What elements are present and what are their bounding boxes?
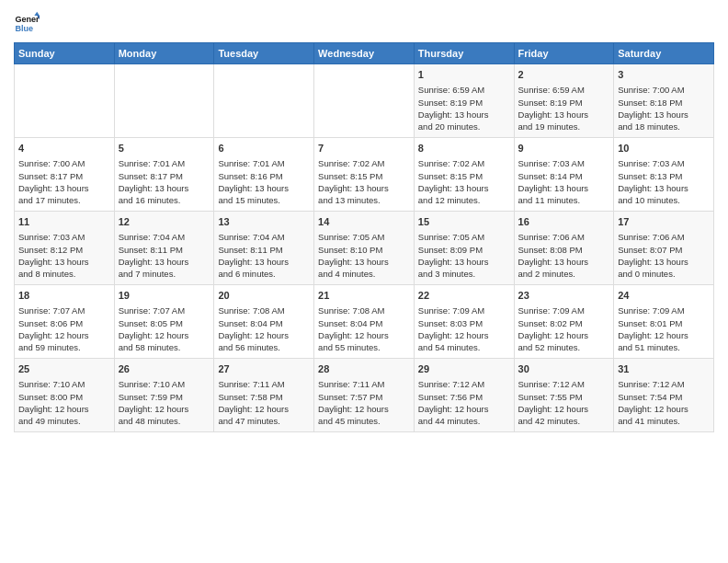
day-number: 30 bbox=[518, 362, 610, 376]
day-number: 17 bbox=[618, 215, 710, 229]
cell-text: Sunrise: 7:03 AM bbox=[518, 157, 610, 169]
calendar-cell: 29Sunrise: 7:12 AMSunset: 7:56 PMDayligh… bbox=[414, 359, 514, 432]
header-day-tuesday: Tuesday bbox=[214, 43, 314, 64]
day-number: 15 bbox=[418, 215, 510, 229]
cell-text: Daylight: 13 hours bbox=[218, 182, 310, 194]
week-row-2: 4Sunrise: 7:00 AMSunset: 8:17 PMDaylight… bbox=[15, 138, 714, 212]
cell-text: Daylight: 12 hours bbox=[18, 329, 110, 341]
cell-text: Sunrise: 6:59 AM bbox=[418, 84, 510, 96]
cell-text: Sunrise: 7:10 AM bbox=[18, 378, 110, 390]
calendar-cell: 24Sunrise: 7:09 AMSunset: 8:01 PMDayligh… bbox=[614, 285, 714, 359]
cell-text: Sunset: 8:13 PM bbox=[618, 170, 710, 182]
cell-text: Daylight: 13 hours bbox=[518, 256, 610, 268]
cell-text: Sunset: 8:15 PM bbox=[418, 170, 510, 182]
cell-text: Sunset: 7:57 PM bbox=[318, 391, 410, 403]
cell-text: and 59 minutes. bbox=[18, 341, 110, 353]
cell-text: Sunrise: 7:06 AM bbox=[618, 231, 710, 243]
cell-text: Daylight: 13 hours bbox=[318, 182, 410, 194]
cell-text: Sunrise: 7:11 AM bbox=[318, 378, 410, 390]
cell-text: Daylight: 12 hours bbox=[618, 403, 710, 415]
day-number: 25 bbox=[18, 362, 110, 376]
day-number: 7 bbox=[318, 142, 410, 155]
day-number: 26 bbox=[119, 362, 210, 376]
day-number: 12 bbox=[119, 215, 210, 229]
calendar-cell: 16Sunrise: 7:06 AMSunset: 8:08 PMDayligh… bbox=[514, 212, 614, 285]
calendar-cell: 18Sunrise: 7:07 AMSunset: 8:06 PMDayligh… bbox=[15, 285, 115, 359]
cell-text: Sunrise: 7:12 AM bbox=[618, 378, 710, 390]
day-number: 19 bbox=[119, 289, 210, 303]
cell-text: and 15 minutes. bbox=[218, 194, 310, 206]
cell-text: and 44 minutes. bbox=[418, 415, 510, 427]
calendar-cell: 4Sunrise: 7:00 AMSunset: 8:17 PMDaylight… bbox=[15, 138, 115, 212]
cell-text: Sunset: 8:08 PM bbox=[518, 244, 610, 256]
cell-text: and 13 minutes. bbox=[318, 194, 410, 206]
day-number: 23 bbox=[518, 289, 610, 303]
calendar-cell: 5Sunrise: 7:01 AMSunset: 8:17 PMDaylight… bbox=[114, 138, 214, 212]
header-day-wednesday: Wednesday bbox=[314, 43, 415, 64]
calendar-cell: 1Sunrise: 6:59 AMSunset: 8:19 PMDaylight… bbox=[414, 64, 514, 138]
cell-text: and 11 minutes. bbox=[518, 194, 610, 206]
cell-text: Daylight: 13 hours bbox=[418, 182, 510, 194]
day-number: 1 bbox=[418, 68, 510, 82]
cell-text: Sunrise: 7:12 AM bbox=[418, 378, 510, 390]
cell-text: Daylight: 12 hours bbox=[518, 329, 610, 341]
cell-text: Sunset: 8:19 PM bbox=[418, 97, 510, 109]
header-day-monday: Monday bbox=[114, 43, 214, 64]
cell-text: Sunrise: 7:10 AM bbox=[119, 378, 210, 390]
cell-text: Sunset: 8:04 PM bbox=[318, 317, 410, 329]
cell-text: and 55 minutes. bbox=[318, 341, 410, 353]
cell-text: and 41 minutes. bbox=[618, 415, 710, 427]
cell-text: and 6 minutes. bbox=[218, 268, 310, 280]
cell-text: Daylight: 12 hours bbox=[618, 329, 710, 341]
cell-text: Sunset: 8:09 PM bbox=[418, 244, 510, 256]
calendar-cell: 6Sunrise: 7:01 AMSunset: 8:16 PMDaylight… bbox=[214, 138, 314, 212]
cell-text: Daylight: 13 hours bbox=[518, 109, 610, 121]
cell-text: Sunrise: 6:59 AM bbox=[518, 84, 610, 96]
cell-text: Sunset: 8:10 PM bbox=[318, 244, 410, 256]
day-number: 20 bbox=[218, 289, 310, 303]
cell-text: and 58 minutes. bbox=[119, 341, 210, 353]
cell-text: Sunrise: 7:05 AM bbox=[318, 231, 410, 243]
cell-text: and 20 minutes. bbox=[418, 121, 510, 132]
cell-text: and 0 minutes. bbox=[618, 268, 710, 280]
cell-text: Sunrise: 7:02 AM bbox=[418, 157, 510, 169]
cell-text: Sunset: 8:06 PM bbox=[18, 317, 110, 329]
calendar-cell: 17Sunrise: 7:06 AMSunset: 8:07 PMDayligh… bbox=[614, 212, 714, 285]
cell-text: Daylight: 13 hours bbox=[518, 182, 610, 194]
cell-text: Daylight: 12 hours bbox=[518, 403, 610, 415]
calendar-cell: 26Sunrise: 7:10 AMSunset: 7:59 PMDayligh… bbox=[114, 359, 214, 432]
day-number: 2 bbox=[518, 68, 610, 82]
cell-text: Sunrise: 7:02 AM bbox=[318, 157, 410, 169]
cell-text: and 12 minutes. bbox=[418, 194, 510, 206]
cell-text: Daylight: 13 hours bbox=[618, 256, 710, 268]
cell-text: Sunrise: 7:09 AM bbox=[518, 304, 610, 316]
day-number: 22 bbox=[418, 289, 510, 303]
day-number: 6 bbox=[218, 142, 310, 155]
cell-text: and 52 minutes. bbox=[518, 341, 610, 353]
day-number: 27 bbox=[218, 362, 310, 376]
cell-text: Daylight: 12 hours bbox=[119, 403, 210, 415]
day-number: 16 bbox=[518, 215, 610, 229]
cell-text: Sunset: 8:04 PM bbox=[218, 317, 310, 329]
day-number: 10 bbox=[618, 142, 710, 155]
cell-text: Sunset: 7:58 PM bbox=[218, 391, 310, 403]
cell-text: Daylight: 13 hours bbox=[119, 256, 210, 268]
cell-text: and 8 minutes. bbox=[18, 268, 110, 280]
calendar-cell: 31Sunrise: 7:12 AMSunset: 7:54 PMDayligh… bbox=[614, 359, 714, 432]
cell-text: Daylight: 13 hours bbox=[618, 182, 710, 194]
cell-text: Sunrise: 7:00 AM bbox=[18, 157, 110, 169]
header-day-sunday: Sunday bbox=[15, 43, 115, 64]
calendar-cell: 9Sunrise: 7:03 AMSunset: 8:14 PMDaylight… bbox=[514, 138, 614, 212]
week-row-1: 1Sunrise: 6:59 AMSunset: 8:19 PMDaylight… bbox=[15, 64, 714, 138]
cell-text: Sunrise: 7:00 AM bbox=[618, 84, 710, 96]
week-row-4: 18Sunrise: 7:07 AMSunset: 8:06 PMDayligh… bbox=[15, 285, 714, 359]
svg-text:General: General bbox=[15, 15, 40, 24]
cell-text: and 45 minutes. bbox=[318, 415, 410, 427]
cell-text: Daylight: 12 hours bbox=[119, 329, 210, 341]
calendar-cell: 2Sunrise: 6:59 AMSunset: 8:19 PMDaylight… bbox=[514, 64, 614, 138]
cell-text: Sunset: 8:03 PM bbox=[418, 317, 510, 329]
calendar-cell bbox=[15, 64, 115, 138]
day-number: 18 bbox=[18, 289, 110, 303]
cell-text: Daylight: 12 hours bbox=[318, 329, 410, 341]
cell-text: Daylight: 12 hours bbox=[218, 329, 310, 341]
